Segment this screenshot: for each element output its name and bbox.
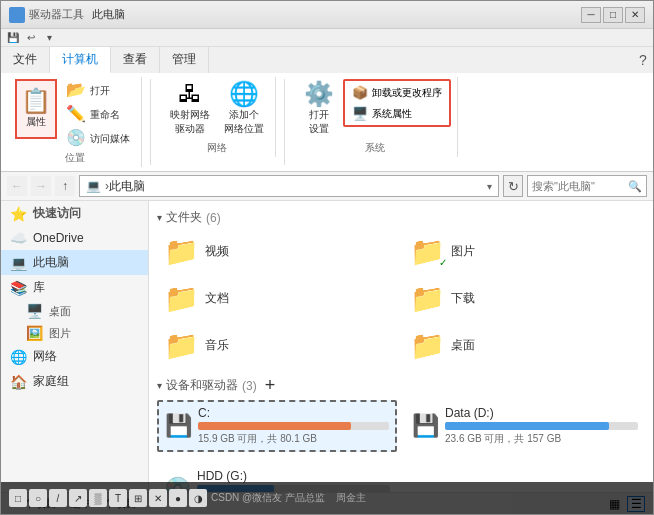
- qt-customize-button[interactable]: ▾: [41, 31, 57, 45]
- ribbon-sep-1: [150, 79, 151, 165]
- pictures-sub-icon: 🖼️: [25, 325, 43, 341]
- qt-undo-button[interactable]: ↩: [23, 31, 39, 45]
- tool-text[interactable]: T: [109, 489, 127, 507]
- open-icon: 📂: [66, 82, 86, 98]
- search-input[interactable]: [532, 180, 628, 192]
- sidebar-item-label-homegroup: 家庭组: [33, 373, 69, 390]
- folder-item-pictures[interactable]: 📁 ✓ 图片: [403, 230, 645, 273]
- sidebar-subitem-desktop[interactable]: 🖥️ 桌面: [1, 300, 148, 322]
- access-button[interactable]: 💿 访问媒体: [61, 127, 135, 149]
- properties-icon: 📋: [21, 89, 51, 113]
- folder-item-videos[interactable]: 📁 视频: [157, 230, 399, 273]
- minimize-button[interactable]: ─: [581, 7, 601, 23]
- drive-item-c[interactable]: 💾 C: 15.9 GB 可用，共 80.1 GB: [157, 400, 397, 452]
- map-drive-button[interactable]: 🖧 映射网络驱动器: [165, 79, 215, 139]
- ribbon-sep-2: [284, 79, 285, 165]
- tab-computer[interactable]: 计算机: [50, 47, 111, 73]
- drive-item-d[interactable]: 💾 Data (D:) 23.6 GB 可用，共 157 GB: [405, 400, 645, 452]
- sidebar-item-library[interactable]: 📚 库: [1, 275, 148, 300]
- this-pc-icon: 💻: [9, 255, 27, 271]
- ribbon-group-network-items: 🖧 映射网络驱动器 🌐 添加个网络位置: [165, 79, 269, 139]
- tool-arrow[interactable]: ↗: [69, 489, 87, 507]
- ribbon-group-network: 🖧 映射网络驱动器 🌐 添加个网络位置 网络: [159, 77, 276, 157]
- tool-circle[interactable]: ○: [29, 489, 47, 507]
- uninstall-icon: 📦: [352, 85, 368, 100]
- tool-paint[interactable]: ◑: [189, 489, 207, 507]
- d-drive-icon: 💾: [412, 413, 439, 439]
- folder-item-music[interactable]: 📁 音乐: [157, 324, 399, 367]
- uninstall-button[interactable]: 📦 卸载或更改程序: [347, 83, 447, 102]
- folder-item-downloads[interactable]: 📁 下载: [403, 277, 645, 320]
- qt-save-button[interactable]: 💾: [5, 31, 21, 45]
- ribbon: 文件 计算机 查看 管理 ? 📋 属性 📂 打开: [1, 47, 653, 172]
- folders-section-header[interactable]: ▾ 文件夹 (6): [157, 209, 645, 226]
- watermark-text: CSDN @微信友 产品总监 周金主: [211, 491, 366, 505]
- tool-crop[interactable]: ⊞: [129, 489, 147, 507]
- folders-grid: 📁 视频 📁 ✓ 图片 📁 文档 📁: [157, 230, 645, 367]
- ribbon-group-location-items: 📋 属性 📂 打开 ✏️ 重命名 💿: [15, 79, 135, 149]
- tool-highlight[interactable]: ▒: [89, 489, 107, 507]
- music-folder-name: 音乐: [205, 337, 229, 354]
- desktop-folder-name: 桌面: [451, 337, 475, 354]
- g-drive-name: HDD (G:): [197, 469, 390, 483]
- open-settings-button[interactable]: ⚙️ 打开设置: [299, 79, 339, 139]
- sidebar-item-onedrive[interactable]: ☁️ OneDrive: [1, 226, 148, 250]
- settings-icon: ⚙️: [304, 82, 334, 106]
- tab-view[interactable]: 查看: [111, 47, 160, 73]
- address-dropdown-arrow[interactable]: ▾: [487, 181, 492, 192]
- pictures-folder-name: 图片: [451, 243, 475, 260]
- folder-item-desktop[interactable]: 📁 桌面: [403, 324, 645, 367]
- drives-arrow: ▾: [157, 380, 162, 391]
- map-drive-label: 映射网络驱动器: [170, 108, 210, 136]
- drives-section-header[interactable]: ▾ 设备和驱动器 (3) +: [157, 375, 645, 396]
- tool-rect[interactable]: □: [9, 489, 27, 507]
- sidebar-subitem-pictures[interactable]: 🖼️ 图片: [1, 322, 148, 344]
- folder-item-docs[interactable]: 📁 文档: [157, 277, 399, 320]
- properties-button[interactable]: 📋 属性: [15, 79, 57, 139]
- up-button[interactable]: ↑: [55, 176, 75, 196]
- tool-brush[interactable]: ●: [169, 489, 187, 507]
- bottom-overlay: □ ○ / ↗ ▒ T ⊞ ✕ ● ◑ CSDN @微信友 产品总监 周金主: [1, 482, 653, 514]
- back-button[interactable]: ←: [7, 176, 27, 196]
- sidebar-item-quick-access[interactable]: ⭐ 快速访问: [1, 201, 148, 226]
- refresh-button[interactable]: ↻: [503, 175, 523, 197]
- add-location-icon: 🌐: [229, 82, 259, 106]
- sidebar-item-network[interactable]: 🌐 网络: [1, 344, 148, 369]
- maximize-button[interactable]: □: [603, 7, 623, 23]
- add-drive-button[interactable]: +: [265, 375, 276, 396]
- rename-button[interactable]: ✏️ 重命名: [61, 103, 135, 125]
- network-group-label: 网络: [207, 141, 227, 155]
- folders-arrow: ▾: [157, 212, 162, 223]
- sys-props-label: 系统属性: [372, 107, 412, 121]
- c-drive-name: C:: [198, 406, 389, 420]
- title-bar: 驱动器工具 此电脑 ─ □ ✕: [1, 1, 653, 29]
- add-location-button[interactable]: 🌐 添加个网络位置: [219, 79, 269, 139]
- tool-line[interactable]: /: [49, 489, 67, 507]
- search-box[interactable]: 🔍: [527, 175, 647, 197]
- ribbon-content: 📋 属性 📂 打开 ✏️ 重命名 💿: [1, 73, 653, 171]
- desktop-folder-icon: 📁: [410, 329, 445, 362]
- sidebar-item-label-onedrive: OneDrive: [33, 231, 84, 245]
- sidebar-item-homegroup[interactable]: 🏠 家庭组: [1, 369, 148, 394]
- forward-button[interactable]: →: [31, 176, 51, 196]
- sys-props-button[interactable]: 🖥️ 系统属性: [347, 104, 447, 123]
- videos-folder-name: 视频: [205, 243, 229, 260]
- sidebar-item-label-quick-access: 快速访问: [33, 205, 81, 222]
- tab-file[interactable]: 文件: [1, 47, 50, 73]
- downloads-folder-icon: 📁: [410, 282, 445, 315]
- uninstall-label: 卸载或更改程序: [372, 86, 442, 100]
- d-drive-bar-bg: [445, 422, 638, 430]
- title-prefix: 驱动器工具: [29, 7, 84, 22]
- ribbon-help-button[interactable]: ?: [633, 47, 653, 73]
- tab-manage[interactable]: 管理: [160, 47, 209, 73]
- network-icon: 🌐: [9, 349, 27, 365]
- sidebar-item-this-pc[interactable]: 💻 此电脑: [1, 250, 148, 275]
- tool-eraser[interactable]: ✕: [149, 489, 167, 507]
- open-button[interactable]: 📂 打开: [61, 79, 135, 101]
- drives-grid: 💾 C: 15.9 GB 可用，共 80.1 GB 💾: [157, 400, 645, 492]
- ribbon-group-system-items: ⚙️ 打开设置 📦 卸载或更改程序 🖥️ 系统属性: [299, 79, 451, 139]
- d-drive-space: 23.6 GB 可用，共 157 GB: [445, 432, 638, 446]
- address-input[interactable]: 💻 › 此电脑 ▾: [79, 175, 499, 197]
- close-button[interactable]: ✕: [625, 7, 645, 23]
- access-label: 访问媒体: [90, 132, 130, 146]
